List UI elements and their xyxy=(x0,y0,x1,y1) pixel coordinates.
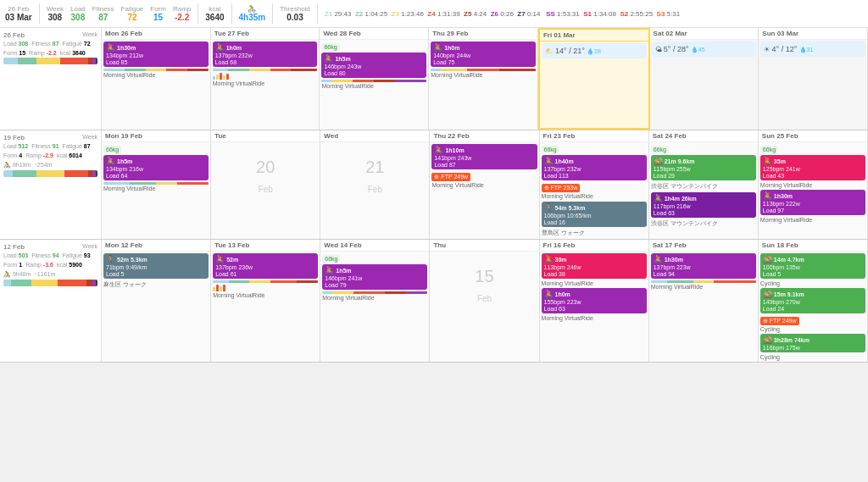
act-load: Load 63 xyxy=(654,210,754,216)
activity-mon-26-1[interactable]: 1h30m 134bpm 212w Load 85 xyxy=(103,42,209,67)
week-zone-bar-3 xyxy=(3,280,97,286)
act-name: Morning VirtualRide xyxy=(322,295,427,301)
week-kcal-3: kcal 5900 xyxy=(57,262,82,268)
load-val: 308 xyxy=(71,13,86,22)
week-up-3: ↑1161m xyxy=(34,271,55,278)
act-load: Load 29 xyxy=(654,173,754,179)
ride-icon xyxy=(215,255,225,263)
week-num-label: Week xyxy=(82,134,97,141)
divider xyxy=(317,3,318,24)
act-duration: 52m 5.3km xyxy=(117,257,147,263)
weather-icon: ⛅ xyxy=(545,47,554,55)
act-title: 1h5m xyxy=(324,54,424,63)
act-name: Morning VirtualRide xyxy=(321,83,426,89)
ride-icon xyxy=(433,43,442,52)
activity-sat-17[interactable]: 1h30m 137bpm 223w Load 94 xyxy=(651,253,756,279)
kcal-label: kcal xyxy=(209,5,220,13)
threshold-label: Threshold xyxy=(280,5,310,13)
z2-bar xyxy=(11,280,31,286)
week-fitness: Fitness 87 xyxy=(31,41,58,47)
ride-icon xyxy=(544,290,554,298)
week-moving-3: 🚴 9h48m xyxy=(3,271,31,278)
form-val: 15 xyxy=(153,13,163,22)
activity-fri-16-1[interactable]: 30m 113bpm 246w Load 38 xyxy=(542,253,647,279)
bars-container xyxy=(213,285,318,291)
activity-sat-24-2[interactable]: 1h4m 26km 117bpm 216w Load 63 xyxy=(651,192,756,218)
act-title: 54m 5.3km xyxy=(544,203,644,212)
act-duration: 21m 9.6km xyxy=(665,158,695,164)
detail-bars-container xyxy=(213,73,318,80)
activity-fri-23-1[interactable]: 1h40m 137bpm 232w Load 113 xyxy=(542,155,647,180)
weather-icon: 🌤 xyxy=(655,46,662,53)
activity-sun-25-2[interactable]: 1h30m 113bpm 222w Load 97 xyxy=(760,190,865,215)
day-content-sun-18: 14m 4.7km 100bpm 135w Load 5 Cycling 15m… xyxy=(759,252,867,362)
weight-tag-wed14: 66kg xyxy=(322,255,340,263)
bar xyxy=(220,286,222,291)
weight-tag-19: 66kg xyxy=(103,146,121,153)
day-sat-17: Sat 17 Feb 1h30m 137bpm 223w Load 94 Mor… xyxy=(649,240,759,362)
activity-wed-28-1[interactable]: 1h5m 146bpm 243w Load 80 xyxy=(321,53,426,78)
z1-label: Z1 xyxy=(325,10,332,18)
day-sat-24: Sat 24 Feb 66kg 21m 9.6km 115bpm 255w Lo… xyxy=(649,130,759,239)
weather-fri: ⛅ 14° / 21° 💧28 xyxy=(542,43,647,58)
activity-tue-13[interactable]: 52m 137bpm 236w Load 61 xyxy=(213,253,318,279)
zone-7-bar xyxy=(96,58,97,64)
week-form: Form 15 xyxy=(3,50,25,56)
act-load: Load 38 xyxy=(544,271,644,277)
bar-4 xyxy=(223,75,225,80)
ftp-badge-fri23: ⊕ FTP 253w xyxy=(542,184,581,192)
activity-sun-18-2[interactable]: 15m 9.1km 149bpm 270w Load 24 xyxy=(760,288,865,313)
activity-sun-18-1[interactable]: 14m 4.7km 100bpm 135w Load 5 xyxy=(760,253,865,279)
zone-bar-act xyxy=(103,182,209,185)
day-mon-19: Mon 19 Feb 66kg 1h5m 134bpm 216w Load 64… xyxy=(102,130,211,239)
act-load: Load 80 xyxy=(324,70,424,76)
activity-wed-14[interactable]: 1h5m 146bpm 241w Load 79 xyxy=(322,264,427,290)
bike-icon xyxy=(763,335,772,344)
activity-mon-12[interactable]: 52m 5.3km 71bpm 9:49/km Load 5 xyxy=(103,253,209,279)
day-thu-15: Thu 15Feb xyxy=(430,240,539,362)
zones-info: Z1 29:43 Z2 1:04:25 Z3 1:23:46 Z4 1:31:3… xyxy=(325,10,680,18)
run-icon xyxy=(106,255,115,263)
kcal-val: 3640 xyxy=(205,13,224,22)
act-stats: 137bpm 232w xyxy=(215,53,315,58)
activity-thu-22[interactable]: 1h10m 141bpm 243w Load 87 xyxy=(431,144,537,169)
act-title: 21m 9.6km xyxy=(654,157,754,165)
day-content-tue-27: 1h0m 137bpm 232w Load 68 Morning Virtual… xyxy=(211,40,320,88)
ramp-val: -2.2 xyxy=(175,13,189,22)
activity-sun-25-1[interactable]: 35m 125bpm 241w Load 43 xyxy=(760,155,865,180)
act-name: 麻生区 ウォーク xyxy=(103,280,209,289)
ride-icon xyxy=(434,146,443,154)
activity-sun-18-3[interactable]: 3h28m 74km 116bpm 175w xyxy=(760,334,865,352)
act-name-1: Cycling xyxy=(760,280,865,286)
act-stats: 140bpm 244w xyxy=(433,53,533,58)
ride-icon xyxy=(324,54,333,63)
act-title: 1h0m xyxy=(544,290,644,298)
week-kcal-2: kcal 6014 xyxy=(57,152,82,158)
activity-sat-24-1[interactable]: 21m 9.6km 115bpm 255w Load 29 xyxy=(651,155,756,180)
activity-tue-27-1[interactable]: 1h0m 137bpm 232w Load 68 xyxy=(213,42,318,67)
day-mon-26: Mon 26 Feb 1h30m 134bpm 212w Load 85 Mor… xyxy=(102,28,211,130)
act-title: 1h30m xyxy=(106,43,206,52)
activity-thu-29-1[interactable]: 1h0m 140bpm 244w Load 75 xyxy=(431,42,536,67)
ride-icon xyxy=(654,255,663,263)
act-load: Load 64 xyxy=(106,173,206,179)
activity-fri-16-2[interactable]: 1h0m 155bpm 223w Load 63 xyxy=(542,288,647,313)
day-content-mon-19: 66kg 1h5m 134bpm 216w Load 64 Morning Vi… xyxy=(102,142,210,193)
day-header-sun-18: Sun 18 Feb xyxy=(759,240,867,252)
act-duration: 1h4m 26km xyxy=(665,196,697,202)
day-fri-01: Fri 01 Mar ⛅ 14° / 21° 💧28 xyxy=(538,28,650,130)
act-title: 1h10m xyxy=(434,146,534,154)
activity-mon-19[interactable]: 1h5m 134bpm 216w Load 64 xyxy=(103,155,209,180)
act-name-2: 渋谷区 マウンテンバイク xyxy=(651,219,756,228)
week-row-2: 19 Feb Week Load 512 Fitness 91 Fatigue … xyxy=(0,130,868,240)
day-header-sat-17: Sat 17 Feb xyxy=(649,240,758,252)
ramp-label: Ramp xyxy=(173,5,191,13)
act-name: Morning VirtualRide xyxy=(431,72,536,78)
weather-temp: 4° / 12° xyxy=(772,45,798,53)
activity-fri-23-2[interactable]: 54m 5.3km 106bpm 10:65/km Load 16 xyxy=(542,202,647,227)
z4-bar xyxy=(58,280,86,286)
act-stats: 115bpm 255w xyxy=(654,166,754,172)
week-label: Week xyxy=(47,5,64,13)
divider xyxy=(231,3,232,24)
week-fitness-2: Fitness 91 xyxy=(31,143,58,149)
